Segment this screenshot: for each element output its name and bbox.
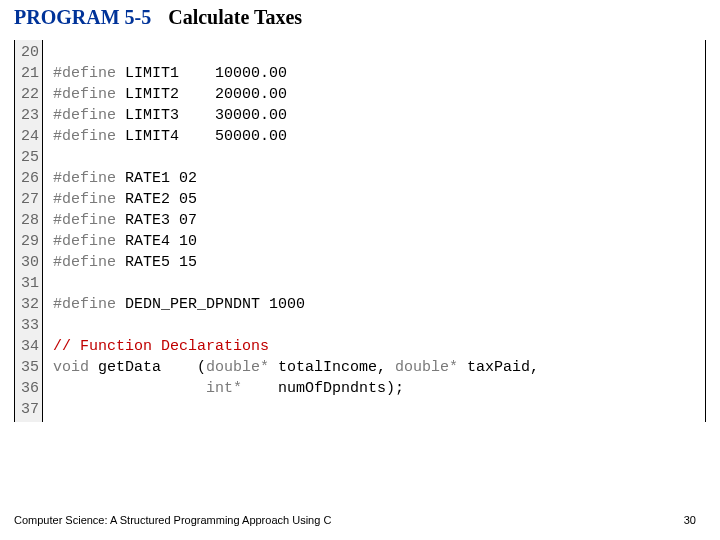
line-number: 31 (21, 273, 36, 294)
code-line (53, 42, 697, 63)
line-number: 23 (21, 105, 36, 126)
program-title: Calculate Taxes (168, 6, 302, 28)
line-number: 36 (21, 378, 36, 399)
code-line: #define RATE2 05 (53, 189, 697, 210)
line-number: 21 (21, 63, 36, 84)
slide-header: PROGRAM 5-5 Calculate Taxes (14, 6, 302, 29)
footer-citation: Computer Science: A Structured Programmi… (14, 514, 331, 526)
line-number: 27 (21, 189, 36, 210)
line-number: 22 (21, 84, 36, 105)
code-line: #define RATE5 15 (53, 252, 697, 273)
line-number: 29 (21, 231, 36, 252)
code-line (53, 399, 697, 420)
code-line: // Function Declarations (53, 336, 697, 357)
code-line: #define LIMIT4 50000.00 (53, 126, 697, 147)
line-number: 32 (21, 294, 36, 315)
line-number: 20 (21, 42, 36, 63)
line-number: 33 (21, 315, 36, 336)
line-number: 24 (21, 126, 36, 147)
slide: PROGRAM 5-5 Calculate Taxes 202122232425… (0, 0, 720, 540)
code-line (53, 147, 697, 168)
code-line: #define RATE3 07 (53, 210, 697, 231)
program-label: PROGRAM 5-5 (14, 6, 151, 28)
code-line (53, 273, 697, 294)
line-number: 30 (21, 252, 36, 273)
code-line: #define LIMIT3 30000.00 (53, 105, 697, 126)
line-number: 26 (21, 168, 36, 189)
line-number: 37 (21, 399, 36, 420)
line-number: 25 (21, 147, 36, 168)
code-line: #define DEDN_PER_DPNDNT 1000 (53, 294, 697, 315)
code-content: #define LIMIT1 10000.00#define LIMIT2 20… (43, 40, 705, 422)
code-line: #define RATE4 10 (53, 231, 697, 252)
line-number: 34 (21, 336, 36, 357)
code-line: #define LIMIT2 20000.00 (53, 84, 697, 105)
line-number: 35 (21, 357, 36, 378)
code-listing: 202122232425262728293031323334353637 #de… (14, 40, 706, 422)
code-line: int* numOfDpndnts); (53, 378, 697, 399)
code-line: #define RATE1 02 (53, 168, 697, 189)
page-number: 30 (684, 514, 696, 526)
line-number: 28 (21, 210, 36, 231)
code-line: void getData (double* totalIncome, doubl… (53, 357, 697, 378)
code-line: #define LIMIT1 10000.00 (53, 63, 697, 84)
code-line (53, 315, 697, 336)
line-number-gutter: 202122232425262728293031323334353637 (15, 40, 43, 422)
